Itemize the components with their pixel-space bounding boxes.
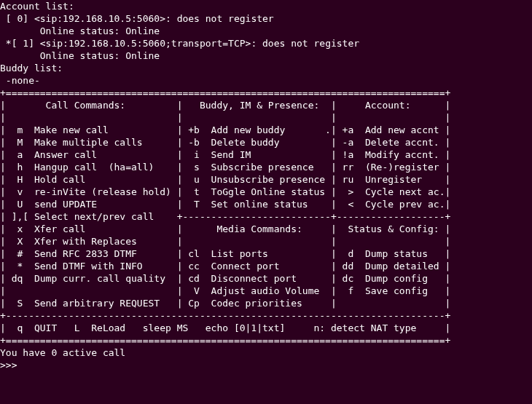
rule-top: +=======================================…	[0, 87, 532, 99]
rule-bot: +=======================================…	[0, 334, 532, 346]
cmd-row: | | V Adjust audio Volume | f Save confi…	[0, 285, 532, 297]
header-row: | Call Commands: | Buddy, IM & Presence:…	[0, 99, 532, 111]
account-reg: : does not register	[251, 38, 359, 49]
cmd-row: | dq Dump curr. call quality | cd Discon…	[0, 272, 532, 285]
cmd-row: | H Hold call | u Unsubscribe presence |…	[0, 173, 532, 186]
account-row: [ 0] <sip:192.168.10.5:5060>: does not r…	[0, 12, 532, 25]
account-status: Online status: Online	[0, 25, 532, 37]
cmd-row: | M Make multiple calls | -b Delete budd…	[0, 136, 532, 148]
buddy-list-header: Buddy list:	[0, 62, 532, 74]
account-index: [ 0]	[0, 13, 34, 24]
account-uri: <sip:192.168.10.5:5060;transport=TCP>	[40, 38, 251, 49]
cmd-row: | m Make new call | +b Add new buddy .| …	[0, 124, 532, 136]
cmd-row: | a Answer call | i Send IM | !a Modify …	[0, 148, 532, 161]
footer-cmd-row: | q QUIT L ReLoad sleep MS echo [0|1|txt…	[0, 322, 532, 334]
active-call-status: You have 0 active call	[0, 346, 532, 359]
section-row: | x Xfer call | Media Commands: | Status…	[0, 223, 532, 235]
cmd-row: | h Hangup call (ha=all) | s Subscribe p…	[0, 161, 532, 173]
cmd-row: | # Send RFC 2833 DTMF | cl List ports |…	[0, 247, 532, 260]
account-status: Online status: Online	[0, 49, 532, 62]
account-row: *[ 1] <sip:192.168.10.5:5060;transport=T…	[0, 37, 532, 49]
prompt[interactable]: >>>	[0, 359, 532, 371]
rule-mid: +---------------------------------------…	[0, 309, 532, 322]
account-reg: : does not register	[165, 13, 274, 24]
cmd-row: | S Send arbitrary REQUEST | Cp Codec pr…	[0, 297, 532, 309]
account-uri: <sip:192.168.10.5:5060>	[34, 13, 165, 24]
header-blank: | | | |	[0, 111, 532, 124]
cmd-row: | ],[ Select next/prev call +-----------…	[0, 210, 532, 223]
account-index: *[ 1]	[0, 38, 40, 49]
terminal-screen: Account list: [ 0] <sip:192.168.10.5:506…	[0, 0, 532, 371]
cmd-row: | U send UPDATE | T Set online status | …	[0, 198, 532, 210]
cmd-row: | * Send DTMF with INFO | cc Connect por…	[0, 260, 532, 272]
buddy-none: -none-	[0, 74, 532, 87]
account-list-header: Account list:	[0, 0, 532, 12]
cmd-row: | X Xfer with Replaces | | |	[0, 235, 532, 247]
cmd-row: | v re-inVite (release hold) | t ToGgle …	[0, 186, 532, 198]
